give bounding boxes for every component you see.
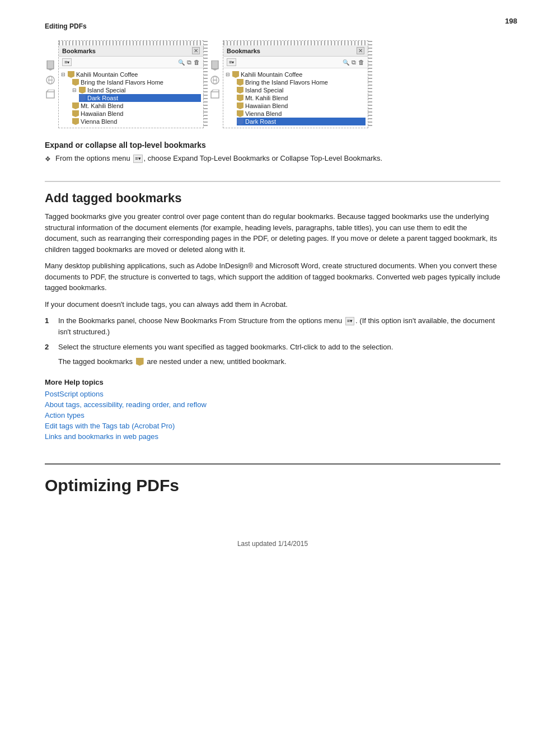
sidebar-icon-edit[interactable] — [45, 74, 56, 86]
svg-rect-14 — [211, 92, 219, 98]
bm-label-left-6: Hawaiian Blend — [81, 110, 123, 117]
right-panel-toolbar: ≡ ▾ 🔍 ⧉ 🗑 — [223, 57, 368, 68]
bm-item-left-6[interactable]: Hawaiian Blend — [72, 110, 201, 118]
right-expand-icon-1: ⊟ — [226, 72, 231, 77]
add-tagged-para-1: Tagged bookmarks give you greater contro… — [45, 211, 500, 255]
right-panel-container: Bookmarks ✕ ≡ ▾ 🔍 ⧉ 🗑 ⊟ — [209, 40, 368, 128]
bm-label-right-7: Dark Roast — [245, 118, 276, 125]
dropdown-arrow: ▾ — [67, 60, 69, 65]
bm-label-right-3: Island Special — [245, 87, 284, 94]
panel-dots-top-left — [59, 41, 203, 45]
bk-icon-right-4 — [237, 95, 243, 101]
bullet-diamond-icon: ❖ — [45, 154, 51, 164]
left-panel-container: Bookmarks ✕ ≡ ▾ 🔍 ⧉ 🗑 ⊟ — [45, 40, 204, 128]
page-number: 198 — [505, 17, 517, 25]
step-2-text: Select the structure elements you want s… — [58, 342, 393, 353]
bk-icon-right-2 — [237, 79, 243, 86]
expand-icon-1: ⊟ — [61, 72, 67, 77]
step-2-sub: The tagged bookmarks are nested under a … — [58, 356, 393, 367]
right-toolbar-menu-btn[interactable]: ≡ ▾ — [227, 58, 236, 66]
svg-rect-5 — [46, 92, 54, 98]
add-tagged-para-2: Many desktop publishing applications, su… — [45, 260, 500, 293]
bk-icon-left-6 — [72, 110, 79, 117]
left-panel-close[interactable]: ✕ — [192, 47, 200, 54]
panel-dots-top-right — [223, 41, 368, 45]
right-panel-title: Bookmarks — [227, 48, 260, 54]
bk-icon-left-5 — [72, 102, 79, 109]
bk-icon-right-1 — [232, 71, 239, 78]
bm-item-left-7[interactable]: Vienna Blend — [72, 118, 201, 125]
bm-label-left-5: Mt. Kahili Blend — [81, 102, 123, 109]
bm-item-left-1[interactable]: ⊟ Kahili Mountain Coffee — [61, 71, 201, 78]
right-dropdown-arrow: ▾ — [232, 60, 234, 65]
bm-label-left-1: Kahili Mountain Coffee — [76, 71, 138, 78]
bm-item-right-4[interactable]: Mt. Kahili Blend — [237, 94, 366, 102]
right-sidebar-icon-edit[interactable] — [209, 74, 221, 86]
bm-label-right-6: Vienna Blend — [245, 110, 282, 117]
right-sidebar-icons — [209, 40, 221, 100]
left-panel-header: Bookmarks ✕ — [59, 45, 203, 57]
right-sidebar-icon-bookmark[interactable] — [209, 60, 221, 71]
svg-rect-0 — [47, 60, 54, 69]
help-link-links-bookmarks[interactable]: Links and bookmarks in web pages — [45, 432, 500, 441]
bm-item-left-5[interactable]: Mt. Kahili Blend — [72, 102, 201, 110]
right-panel-content: ⊟ Kahili Mountain Coffee Bring the Islan… — [223, 68, 368, 128]
step-1-num: 1 — [45, 315, 54, 326]
bk-icon-left-3 — [79, 87, 86, 94]
add-tagged-heading: Add tagged bookmarks — [45, 181, 500, 206]
toolbar-copy-icon[interactable]: ⧉ — [187, 59, 191, 66]
bm-label-right-1: Kahili Mountain Coffee — [241, 71, 302, 78]
step-2: 2 Select the structure elements you want… — [45, 342, 500, 367]
right-sidebar-icon-tag[interactable] — [209, 89, 221, 100]
footer-text: Last updated 1/14/2015 — [45, 529, 500, 548]
bm-label-left-3: Island Special — [87, 87, 126, 94]
bk-icon-left-7 — [72, 118, 79, 125]
bm-item-left-3[interactable]: ⊟ Island Special — [72, 86, 201, 94]
help-link-tags[interactable]: About tags, accessibility, reading order… — [45, 400, 500, 409]
right-toolbar-delete-icon[interactable]: 🗑 — [358, 59, 364, 66]
sidebar-icon-bookmark[interactable] — [45, 60, 56, 71]
svg-marker-10 — [212, 69, 218, 71]
section-label: Editing PDFs — [45, 22, 500, 30]
svg-marker-1 — [47, 69, 54, 71]
optimizing-heading: Optimizing PDFs — [45, 476, 500, 495]
bk-icon-left-1 — [68, 71, 74, 78]
panel-dots-side-right — [368, 41, 372, 128]
svg-rect-9 — [212, 60, 218, 69]
bk-icon-right-3 — [237, 87, 243, 94]
bm-label-right-5: Hawaiian Blend — [245, 102, 288, 109]
right-panel-header: Bookmarks ✕ — [223, 45, 368, 57]
bm-item-right-7[interactable]: Dark Roast — [237, 118, 366, 125]
panels-row: Bookmarks ✕ ≡ ▾ 🔍 ⧉ 🗑 ⊟ — [45, 40, 500, 128]
bm-item-right-3[interactable]: Island Special — [237, 86, 366, 94]
page-container: 198 Editing PDFs — [0, 0, 534, 756]
toolbar-delete-icon[interactable]: 🗑 — [194, 59, 200, 66]
expand-icon-3: ⊟ — [72, 87, 78, 93]
right-toolbar-search-icon[interactable]: 🔍 — [343, 59, 349, 66]
bm-label-left-2: Bring the Island Flavors Home — [81, 79, 163, 86]
left-panel-content: ⊟ Kahili Mountain Coffee Bring the Islan… — [59, 68, 203, 128]
toolbar-search-icon[interactable]: 🔍 — [178, 59, 185, 66]
options-menu-icon: ≡▾ — [133, 155, 142, 164]
add-tagged-para-3: If your document doesn't include tags, y… — [45, 299, 500, 310]
right-panel-close[interactable]: ✕ — [357, 47, 364, 54]
bm-item-right-1[interactable]: ⊟ Kahili Mountain Coffee — [226, 71, 366, 78]
help-link-postscript[interactable]: PostScript options — [45, 390, 500, 398]
right-toolbar-copy-icon[interactable]: ⧉ — [352, 59, 356, 66]
bk-icon-right-5 — [237, 102, 243, 109]
bm-item-right-5[interactable]: Hawaiian Blend — [237, 102, 366, 110]
bm-item-right-6[interactable]: Vienna Blend — [237, 110, 366, 118]
bm-item-right-2[interactable]: Bring the Island Flavors Home — [237, 78, 366, 86]
bm-item-left-2[interactable]: Bring the Island Flavors Home — [72, 78, 201, 86]
bk-icon-left-4 — [79, 95, 86, 101]
step-1: 1 In the Bookmarks panel, choose New Boo… — [45, 315, 500, 337]
left-toolbar-menu-btn[interactable]: ≡ ▾ — [62, 58, 72, 66]
sidebar-icon-tag[interactable] — [45, 89, 56, 100]
bm-item-left-4[interactable]: Dark Roast — [79, 94, 201, 102]
help-link-edit-tags[interactable]: Edit tags with the Tags tab (Acrobat Pro… — [45, 422, 500, 430]
more-help-heading: More Help topics — [45, 378, 500, 386]
help-link-action-types[interactable]: Action types — [45, 411, 500, 419]
left-panel-toolbar: ≡ ▾ 🔍 ⧉ 🗑 — [59, 57, 203, 68]
bk-icon-left-2 — [72, 79, 79, 86]
bm-label-right-4: Mt. Kahili Blend — [245, 95, 288, 101]
